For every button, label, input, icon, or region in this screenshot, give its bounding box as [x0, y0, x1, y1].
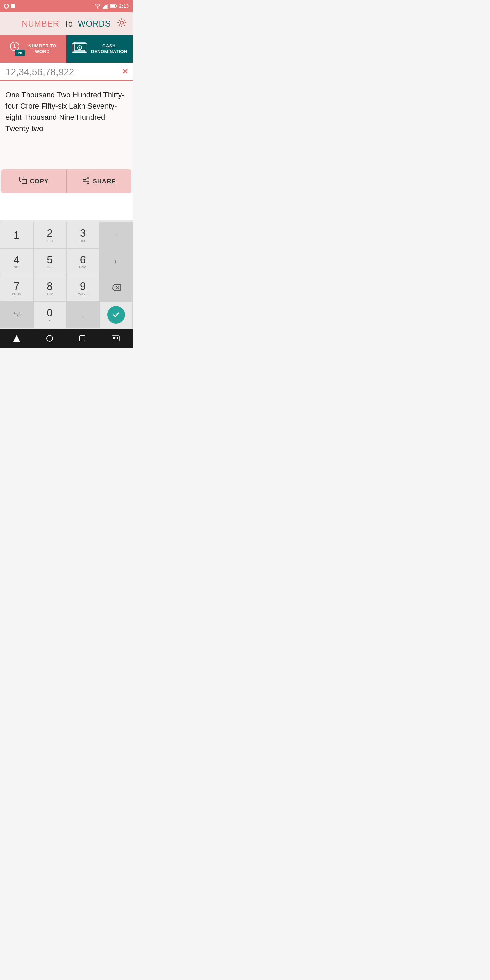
- key-8[interactable]: 8 TUV: [33, 275, 67, 301]
- svg-point-0: [97, 7, 98, 8]
- copy-icon: [19, 176, 27, 186]
- key-dot[interactable]: .: [66, 301, 100, 328]
- key-9[interactable]: 9 WXYZ: [66, 275, 100, 301]
- tab-bar: 1 ONE NUMBER TOWORD $ CASHDENOMINATION: [0, 35, 133, 63]
- status-bar: 2:13: [0, 0, 133, 12]
- key-6[interactable]: 6 MNO: [66, 248, 100, 275]
- keyboard-row-1: 1 2 ABC 3 DEF −: [0, 222, 133, 248]
- numeric-keyboard: 1 2 ABC 3 DEF − 4 GHI 5 JKL 6 MNO ⌗: [0, 221, 133, 329]
- copy-label: COPY: [30, 178, 49, 185]
- status-right-icons: 2:13: [95, 3, 129, 9]
- svg-rect-2: [104, 6, 105, 8]
- title-words: WORDS: [78, 19, 111, 28]
- tab-number-to-word[interactable]: 1 ONE NUMBER TOWORD: [0, 35, 66, 63]
- keyboard-row-4: * # 0 + .: [0, 301, 133, 328]
- app-header: NUMBER To WORDS: [0, 12, 133, 35]
- svg-point-16: [83, 179, 85, 181]
- svg-rect-14: [22, 179, 27, 184]
- svg-rect-3: [105, 5, 107, 8]
- svg-line-19: [85, 179, 87, 180]
- svg-point-23: [47, 335, 53, 341]
- share-icon: [82, 176, 90, 186]
- svg-rect-4: [107, 4, 108, 8]
- title-number: NUMBER: [22, 19, 59, 28]
- title-to: To: [64, 19, 73, 28]
- key-7[interactable]: 7 PRQS: [0, 275, 33, 301]
- tab-cash-label: CASHDENOMINATION: [91, 43, 127, 55]
- svg-marker-22: [13, 335, 20, 342]
- status-time: 2:13: [119, 3, 129, 9]
- svg-line-18: [85, 181, 87, 182]
- key-4[interactable]: 4 GHI: [0, 248, 33, 275]
- cash-icon: $: [72, 42, 88, 56]
- key-5[interactable]: 5 JKL: [33, 248, 67, 275]
- key-minus[interactable]: −: [100, 222, 133, 248]
- keyboard-row-2: 4 GHI 5 JKL 6 MNO ⌗: [0, 248, 133, 275]
- nav-recents-button[interactable]: [79, 335, 86, 343]
- sim-icon: [11, 4, 15, 8]
- content-spacer: [0, 193, 133, 221]
- svg-point-15: [87, 177, 89, 179]
- action-buttons-bar: COPY SHARE: [2, 169, 131, 193]
- tab-number-label: NUMBER TOWORD: [28, 43, 56, 55]
- key-1[interactable]: 1: [0, 222, 33, 248]
- wifi-icon: [95, 4, 101, 8]
- key-3[interactable]: 3 DEF: [66, 222, 100, 248]
- result-area: One Thousand Two Hundred Thirty-four Cro…: [0, 81, 133, 169]
- number-to-word-icon: 1 ONE: [10, 41, 25, 56]
- svg-text:$: $: [79, 47, 81, 50]
- navigation-bar: [0, 329, 133, 348]
- done-icon: [107, 306, 125, 324]
- nav-home-button[interactable]: [46, 335, 53, 343]
- copy-button[interactable]: COPY: [2, 169, 67, 193]
- svg-rect-7: [111, 5, 115, 8]
- settings-button[interactable]: [117, 18, 127, 30]
- notification-icon: [4, 4, 9, 8]
- clear-button[interactable]: ✕: [122, 67, 128, 76]
- key-backspace[interactable]: [100, 275, 133, 301]
- number-input[interactable]: [5, 67, 127, 78]
- tab-cash-denomination[interactable]: $ CASHDENOMINATION: [66, 35, 133, 63]
- svg-point-8: [121, 21, 124, 24]
- backspace-icon: [111, 284, 121, 293]
- key-0[interactable]: 0 +: [33, 301, 67, 328]
- svg-rect-6: [116, 5, 117, 7]
- keyboard-row-3: 7 PRQS 8 TUV 9 WXYZ: [0, 275, 133, 301]
- key-2[interactable]: 2 ABC: [33, 222, 67, 248]
- svg-rect-1: [103, 7, 104, 8]
- signal-icon: [103, 4, 108, 8]
- key-space[interactable]: ⌗: [100, 248, 133, 275]
- share-label: SHARE: [93, 178, 116, 185]
- input-area: ✕: [0, 63, 133, 81]
- share-button[interactable]: SHARE: [67, 169, 132, 193]
- svg-point-17: [87, 182, 89, 184]
- key-done[interactable]: [100, 301, 133, 328]
- app-title: NUMBER To WORDS: [22, 19, 111, 29]
- battery-icon: [110, 4, 117, 8]
- nav-back-button[interactable]: [13, 335, 20, 343]
- key-symbols[interactable]: * #: [0, 301, 33, 328]
- nav-keyboard-button[interactable]: [111, 335, 120, 343]
- status-left-icons: [4, 4, 15, 8]
- svg-rect-24: [80, 336, 85, 341]
- result-text: One Thousand Two Hundred Thirty-four Cro…: [5, 89, 127, 134]
